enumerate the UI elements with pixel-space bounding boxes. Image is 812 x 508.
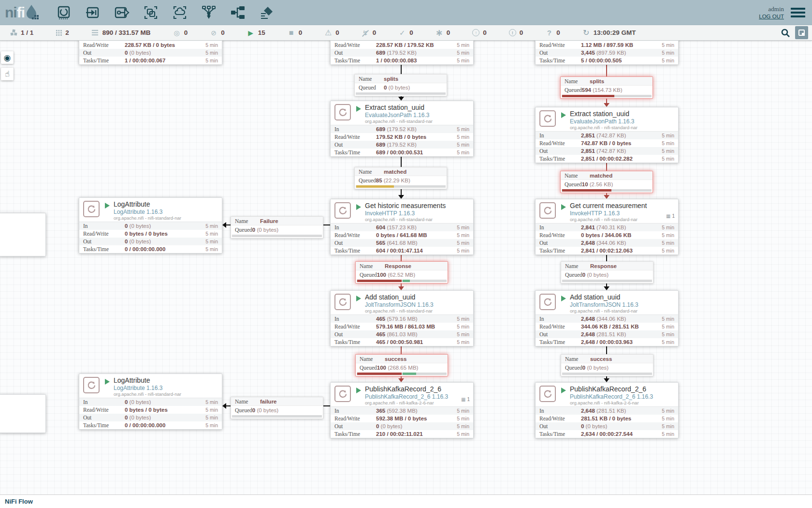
remote-process-group-icon[interactable] — [172, 4, 188, 21]
connection-arrow — [222, 222, 226, 228]
queue-pressure-bars — [562, 280, 652, 282]
processor-title: Extract station_uuid — [365, 104, 469, 112]
stopped-status: ■ 0 — [288, 29, 303, 37]
processor-type: JoltTransformJSON 1.16.3 — [570, 301, 674, 308]
output-port-icon[interactable] — [114, 4, 130, 21]
processor[interactable]: Add station_uuid JoltTransformJSON 1.16.… — [330, 290, 474, 346]
funnel-icon[interactable] — [201, 4, 217, 21]
running-status-icon — [561, 112, 566, 118]
threads-grid-icon — [56, 30, 62, 36]
connection-label[interactable]: NameResponse Queued0 (0 bytes) — [561, 261, 653, 284]
threads-grid-icon: ▦ — [461, 397, 465, 402]
processor[interactable]: Add station_uuid JoltTransformJSON 1.16.… — [535, 290, 679, 346]
transmitting-status: ◎ 0 — [173, 29, 188, 36]
running-status-icon — [561, 204, 566, 210]
connection-label[interactable]: NameFailure Queued0 (0 bytes) — [231, 216, 323, 239]
processor-icon[interactable] — [56, 4, 72, 21]
navigate-palette-button[interactable]: ◉ — [1, 51, 14, 64]
processor-partial[interactable] — [0, 394, 46, 433]
processor[interactable]: Extract station_uuid EvaluateJsonPath 1.… — [535, 107, 679, 163]
stale-icon: ↑ — [472, 29, 479, 36]
running-icon: ▶ — [247, 30, 255, 36]
processor-bundle: org.apache.nifi - nifi-kafka-2-6-nar — [365, 400, 469, 405]
connection-arrow — [604, 286, 609, 290]
processor-bundle: org.apache.nifi - nifi-standard-nar — [570, 308, 674, 314]
processor-type: LogAttribute 1.16.3 — [114, 209, 218, 215]
processor[interactable]: PublishKafkaRecord_2_6 PublishKafkaRecor… — [330, 382, 474, 438]
stopped-icon: ■ — [288, 29, 295, 37]
processor-title: Get historic measurements — [365, 202, 469, 210]
processor-type: JoltTransformJSON 1.16.3 — [365, 301, 469, 308]
connection-label[interactable]: Namesuccess Queued0 (0 bytes) — [561, 354, 653, 376]
nifi-logo: nifi — [5, 4, 39, 21]
label-icon[interactable] — [259, 4, 275, 21]
processor-bundle: org.apache.nifi - nifi-standard-nar — [570, 125, 674, 130]
processor[interactable]: LogAttribute LogAttribute 1.16.3 org.apa… — [79, 197, 222, 254]
processor-partial[interactable] — [0, 213, 46, 256]
processor-title: LogAttribute — [114, 200, 218, 209]
not-transmitting-status: ⊘ 0 — [210, 29, 225, 36]
connection-label[interactable]: Namefailure Queued0 (0 bytes) — [231, 397, 323, 419]
queue-pressure-bars — [562, 189, 652, 192]
processor-type: PublishKafkaRecord_2_6 1.16.3 — [570, 393, 674, 400]
processor-title: PublishKafkaRecord_2_6 — [365, 385, 469, 393]
flow-canvas[interactable]: ◉ ☝ Read/Write228.57 KB / 0 bytes 5 min … — [0, 41, 812, 494]
operate-palette-button[interactable]: ☝ — [1, 68, 14, 80]
global-menu-icon[interactable] — [791, 6, 805, 19]
queue-pressure-bars — [357, 280, 447, 282]
processor-type: InvokeHTTP 1.16.3 — [570, 210, 674, 217]
active-threads-status: 2 — [56, 29, 69, 36]
processor-type-icon — [539, 386, 556, 402]
active-thread-count-badge: ▦1 — [666, 213, 675, 219]
queued-status: 890 / 331.57 MB — [91, 29, 151, 36]
connection-label[interactable]: NameResponse Queued100 (62.52 MB) — [355, 261, 448, 284]
nifi-droplet-icon — [25, 4, 39, 21]
queue-pressure-bars — [232, 415, 322, 418]
processor-type-icon — [83, 377, 100, 393]
connection-arrow — [398, 195, 404, 199]
bulletin-panel-icon — [798, 30, 805, 36]
up-to-date-status: ✓ 0 — [398, 29, 413, 36]
connection-label[interactable]: Namesplits Queued0 (0 bytes) — [354, 74, 447, 96]
queue-pressure-bars — [232, 235, 322, 237]
connection-arrow — [398, 97, 404, 101]
input-port-icon[interactable] — [85, 4, 101, 21]
bulletin-panel-button[interactable] — [795, 26, 808, 39]
processor[interactable]: PublishKafkaRecord_2_6 PublishKafkaRecor… — [535, 382, 679, 438]
running-status-icon — [356, 106, 361, 112]
processor-type-icon — [334, 104, 351, 120]
processor-type: LogAttribute 1.16.3 — [114, 385, 218, 391]
processor-title: Add station_uuid — [365, 293, 469, 301]
stale-status: ↑ 0 — [472, 29, 487, 36]
running-status-icon — [561, 296, 566, 301]
running-status: ▶ 15 — [247, 29, 265, 36]
connection-label[interactable]: Namesuccess Queued100 (268.65 MB) — [355, 354, 448, 376]
connection-arrow — [604, 195, 609, 199]
processor[interactable]: Read/Write228.57 KB / 179.52 KB 5 min Ou… — [330, 41, 474, 65]
processor[interactable]: Extract station_uuid EvaluateJsonPath 1.… — [330, 101, 474, 157]
processor-bundle: org.apache.nifi - nifi-standard-nar — [365, 308, 469, 314]
breadcrumb[interactable]: NiFi Flow — [5, 498, 33, 505]
processor-type: InvokeHTTP 1.16.3 — [365, 210, 469, 217]
logout-link[interactable]: LOG OUT — [759, 13, 784, 20]
current-user: admin — [759, 5, 784, 13]
process-group-icon[interactable] — [143, 4, 159, 21]
processor-bundle: org.apache.nifi - nifi-standard-nar — [365, 217, 469, 222]
disabled-icon: ↯ — [362, 30, 369, 36]
processor[interactable]: Get current measurement InvokeHTTP 1.16.… — [535, 199, 679, 255]
template-icon[interactable] — [230, 4, 246, 21]
processor[interactable]: Get historic measurements InvokeHTTP 1.1… — [330, 199, 474, 255]
refresh-icon[interactable]: ↻ — [582, 29, 590, 37]
not-transmitting-icon: ⊘ — [210, 30, 218, 36]
processor[interactable]: Read/Write228.57 KB / 0 bytes 5 min Out0… — [79, 41, 222, 65]
processor[interactable]: Read/Write1.12 MB / 897.59 KB 5 min Out3… — [535, 41, 679, 65]
search-icon[interactable] — [781, 28, 790, 38]
connection-arrow — [604, 378, 609, 382]
connection-label[interactable]: Namematched Queued10 (2.56 KB) — [560, 171, 653, 193]
processor[interactable]: LogAttribute LogAttribute 1.16.3 org.apa… — [79, 374, 222, 430]
locally-modified-stale-status: ! 0 — [509, 29, 523, 36]
processor-type-icon — [539, 294, 556, 310]
connection-label[interactable]: Namesplits Queued594 (154.73 KB) — [560, 76, 653, 99]
connection-label[interactable]: Namematched Queued85 (22.29 KB) — [354, 167, 447, 189]
processor-type-icon — [334, 202, 351, 219]
